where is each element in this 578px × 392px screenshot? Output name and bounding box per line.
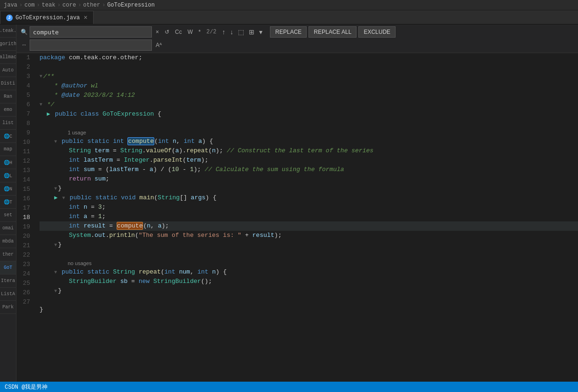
sidebar-item-got[interactable]: GoT xyxy=(0,261,16,274)
find-row: 🔍 × ↺ Cc W * 2/2 ↑ ↓ ⬚ ⊞ ▾ REPLACE REPLA… xyxy=(20,26,574,38)
code-line-9: ▼ public static int compute(int n, int a… xyxy=(40,137,578,146)
fold-14[interactable]: ▼ xyxy=(54,186,57,191)
multiline-button[interactable]: ⊞ xyxy=(247,27,256,37)
sidebar-item-l[interactable]: 🌐L xyxy=(0,169,16,182)
ln-16: 16 xyxy=(16,194,34,204)
sidebar-item-lista[interactable]: ListA xyxy=(0,288,16,301)
code-line-20: ▼} xyxy=(40,240,578,250)
code-line-24: ▼} xyxy=(40,286,578,296)
ln-20: 20 xyxy=(16,232,34,241)
line-numbers: 1 2 3 4 5 6 7 8 9 10 11 12 13 14 15 16 1… xyxy=(16,53,38,392)
code-line-7: ▶ public class GoToExpression { xyxy=(40,110,578,119)
fold-24[interactable]: ▼ xyxy=(54,289,57,294)
ln-6: 6 xyxy=(16,100,34,110)
run-7[interactable]: ▶ xyxy=(47,111,50,118)
sidebar-item-omai[interactable]: omai xyxy=(0,222,16,235)
replace-button[interactable]: REPLACE xyxy=(270,26,307,38)
filter-button[interactable]: ▾ xyxy=(257,27,264,37)
tab-gotoexpression[interactable]: J GoToExpression.java × xyxy=(0,11,94,24)
editor-area: 🔍 × ↺ Cc W * 2/2 ↑ ↓ ⬚ ⊞ ▾ REPLACE REPLA… xyxy=(16,24,578,392)
sidebar-item-emo[interactable]: emo xyxy=(0,103,16,117)
sidebar-item-gorith[interactable]: gorith xyxy=(0,38,16,51)
search-icon: 🔍 xyxy=(20,29,28,36)
ln-19: 19 xyxy=(16,222,34,232)
ln-9: 9 xyxy=(16,128,34,138)
sidebar-item-t[interactable]: 🌐T xyxy=(0,196,16,209)
ln-14: 14 xyxy=(16,175,34,185)
sidebar-item-mbda[interactable]: mbda xyxy=(0,235,16,248)
code-line-14: ▼} xyxy=(40,184,578,193)
toggle-selection-button[interactable]: ⬚ xyxy=(236,27,246,37)
sidebar-item-map[interactable]: map xyxy=(0,143,16,156)
ln-12: 12 xyxy=(16,157,34,166)
sidebar-item-auto[interactable]: Auto xyxy=(0,64,16,77)
code-line-2 xyxy=(40,63,578,72)
code-line-5: * @date 2023/8/2 14:12 xyxy=(40,91,578,100)
breadcrumb-java[interactable]: java xyxy=(4,2,17,8)
breadcrumb-com[interactable]: com xyxy=(24,2,35,8)
whole-word-button[interactable]: W xyxy=(186,27,195,37)
replace-input[interactable] xyxy=(30,39,152,51)
code-line-6: ▼ */ xyxy=(40,100,578,110)
fold-6[interactable]: ▼ xyxy=(40,100,42,110)
sidebar-item-ther[interactable]: ther xyxy=(0,248,16,261)
replace-all-button[interactable]: REPLACE ALL xyxy=(309,26,356,38)
clear-search-button[interactable]: × xyxy=(154,27,161,37)
ln-25: 25 xyxy=(16,279,34,288)
find-replace-bar: 🔍 × ↺ Cc W * 2/2 ↑ ↓ ⬚ ⊞ ▾ REPLACE REPLA… xyxy=(16,24,578,53)
find-prev-button[interactable]: ↑ xyxy=(220,27,227,37)
ln-4: 4 xyxy=(16,81,34,91)
code-line-8 xyxy=(40,119,578,128)
replace-icon: ↔ xyxy=(20,42,28,48)
sidebar-item-teak[interactable]: .teak. xyxy=(0,24,16,38)
fold-15[interactable]: ▼ xyxy=(62,196,65,201)
run-15[interactable]: ▶ xyxy=(54,195,57,201)
case-sensitive-button[interactable]: Cc xyxy=(173,27,184,37)
sidebar-item-c[interactable]: 🌐C xyxy=(0,130,16,143)
breadcrumb-core[interactable]: core xyxy=(63,2,76,8)
status-bar: CSDN @我是男神 xyxy=(0,382,578,392)
search-input[interactable] xyxy=(30,26,152,38)
ln-17: 17 xyxy=(16,204,34,213)
sidebar-item-n[interactable]: 🌐N xyxy=(0,182,16,196)
exclude-button[interactable]: EXCLUDE xyxy=(358,26,396,38)
sidebar-item-list[interactable]: list xyxy=(0,117,16,130)
ln-23: 23 xyxy=(16,260,34,269)
tab-bar: J GoToExpression.java × xyxy=(0,10,578,24)
preserve-case-button[interactable]: Aᴬ xyxy=(154,40,164,50)
code-container[interactable]: 1 2 3 4 5 6 7 8 9 10 11 12 13 14 15 16 1… xyxy=(16,53,578,392)
code-line-1: package com.teak.core.other; xyxy=(40,53,578,63)
code-line-10: String term = String.valueOf(a).repeat(n… xyxy=(40,146,578,156)
restore-search-button[interactable]: ↺ xyxy=(163,27,171,37)
tab-close-icon[interactable]: × xyxy=(84,14,87,22)
sidebar-item-park[interactable]: Park xyxy=(0,301,16,314)
breadcrumb-other[interactable]: other xyxy=(83,2,100,8)
breadcrumb-teak[interactable]: teak xyxy=(42,2,55,8)
code-line-15: ▶ ▼ public static void main(String[] arg… xyxy=(40,193,578,203)
ln-2: 2 xyxy=(16,63,34,72)
fold-22[interactable]: ▼ xyxy=(54,270,57,275)
ln-7: 7 xyxy=(16,110,34,119)
regex-button[interactable]: * xyxy=(197,27,203,37)
sidebar-item-itera[interactable]: Itera xyxy=(0,274,16,288)
tab-label: GoToExpression.java xyxy=(16,15,80,21)
sidebar-item-ran[interactable]: Ran xyxy=(0,90,16,103)
ln-26: 26 xyxy=(16,288,34,298)
ln-15: 15 xyxy=(16,185,34,194)
replace-row: ↔ Aᴬ xyxy=(20,39,574,51)
sidebar-item-disti[interactable]: Disti xyxy=(0,77,16,90)
breadcrumb-class: GoToExpression xyxy=(107,2,155,8)
sidebar: .teak. gorith allmac Auto Disti Ran emo … xyxy=(0,24,16,392)
main-area: .teak. gorith allmac Auto Disti Ran emo … xyxy=(0,24,578,392)
status-left: CSDN @我是男神 xyxy=(5,383,48,391)
sidebar-item-h[interactable]: 🌐H xyxy=(0,156,16,169)
sidebar-item-set[interactable]: set xyxy=(0,209,16,222)
sidebar-item-allmac[interactable]: allmac xyxy=(0,51,16,64)
fold-9[interactable]: ▼ xyxy=(54,139,57,144)
code-line-19: System.out.println("The sum of the serie… xyxy=(40,231,578,240)
fold-20[interactable]: ▼ xyxy=(54,243,57,248)
fold-3[interactable]: ▼ xyxy=(40,72,42,81)
code-editor[interactable]: package com.teak.core.other; ▼/** * @aut… xyxy=(38,53,578,392)
find-next-button[interactable]: ↓ xyxy=(228,27,235,37)
ln-13: 13 xyxy=(16,166,34,175)
